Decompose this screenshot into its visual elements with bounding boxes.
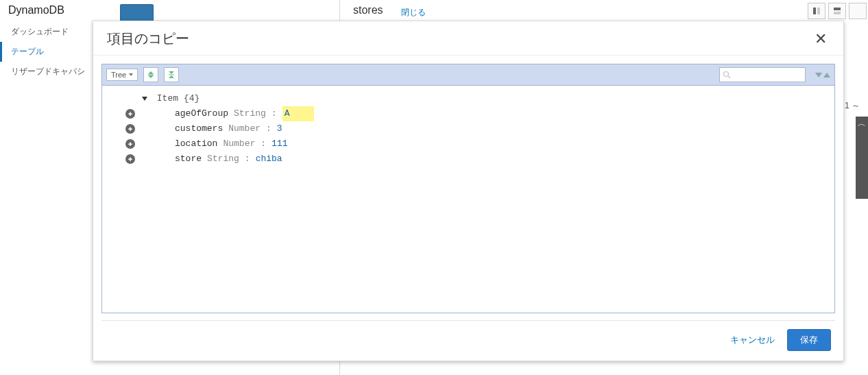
search-input[interactable] [731,69,802,80]
sidebar: DynamoDB ダッシュボードテーブルリザーブドキャパシ [0,0,93,375]
svg-point-10 [724,72,729,77]
attribute-type: String [234,106,266,121]
colon: : [245,152,250,167]
attribute-name: customers [141,121,223,136]
service-title: DynamoDB [8,4,93,16]
disclosure-triangle-icon[interactable] [142,97,147,101]
copy-item-dialog: 項目のコピー ✕ Tree [93,21,844,361]
add-attribute-icon[interactable]: ✚ [125,124,135,134]
close-icon[interactable]: ✕ [812,32,830,47]
attribute-rows: ✚ageOfGroupString:A✚customersNumber:3✚lo… [109,106,828,167]
colon: : [261,136,266,152]
sidebar-item[interactable]: ダッシュボード [0,22,93,42]
add-attribute-icon[interactable]: ✚ [125,139,135,149]
item-editor: Tree [101,64,835,313]
save-button[interactable]: 保存 [787,329,831,351]
svg-rect-0 [813,8,816,14]
svg-marker-9 [169,75,174,78]
attribute-tree: Item {4} ✚ageOfGroupString:A✚customersNu… [102,86,834,313]
view-mode-icon-1[interactable] [808,3,825,19]
collapse-all-button[interactable] [164,67,179,82]
sort-buttons [815,73,830,77]
root-count: {4} [184,93,200,104]
colon: : [272,106,277,121]
view-mode-icon-2[interactable] [828,3,846,19]
table-name: stores [353,4,383,16]
search-box[interactable] [719,67,806,82]
svg-rect-5 [148,75,154,75]
modal-body: Tree [93,56,843,313]
view-mode-dropdown[interactable]: Tree [106,69,138,81]
add-attribute-icon[interactable]: ✚ [125,154,135,164]
attribute-value-editing[interactable]: A [282,106,314,121]
attribute-row[interactable]: ✚locationNumber:111 [109,136,828,152]
sort-desc-icon[interactable] [815,73,822,77]
svg-rect-8 [169,75,174,75]
pager-text: 1 ～ [845,100,860,112]
attribute-value[interactable]: 3 [277,121,282,136]
editor-toolbar: Tree [102,64,834,86]
view-mode-label: Tree [111,71,126,79]
attribute-name: store [141,152,202,167]
attribute-value[interactable]: 111 [272,136,287,152]
root-label: Item [157,93,178,104]
tree-root-row[interactable]: Item {4} [109,91,828,106]
attribute-name: ageOfGroup [141,106,228,121]
chevron-down-icon [129,73,133,76]
modal-footer: キャンセル 保存 [93,321,843,361]
attribute-value[interactable]: chiba [256,152,282,167]
modal-header: 項目のコピー ✕ [93,21,843,56]
modal-title: 項目のコピー [107,29,189,48]
table-close-link[interactable]: 閉じる [401,7,426,19]
attribute-type: Number [223,136,255,152]
svg-rect-2 [834,8,841,10]
sort-asc-icon[interactable] [823,73,830,77]
sidebar-item[interactable]: テーブル [0,42,93,62]
cancel-button[interactable]: キャンセル [730,334,775,346]
attribute-type: String [207,152,239,167]
svg-marker-7 [169,71,174,74]
bg-scrollbar[interactable]: ︿ [856,117,868,199]
attribute-row[interactable]: ✚customersNumber:3 [109,121,828,136]
bg-primary-button[interactable] [120,4,154,22]
expand-all-button[interactable] [143,67,158,82]
sidebar-list: ダッシュボードテーブルリザーブドキャパシ [0,22,93,82]
attribute-name: location [141,136,217,152]
bg-button-area [120,4,154,22]
svg-marker-4 [148,71,154,74]
attribute-row[interactable]: ✚storeString:chiba [109,152,828,167]
add-attribute-icon[interactable]: ✚ [125,109,135,119]
search-icon [723,71,731,79]
view-mode-icon-3[interactable] [849,3,867,19]
svg-rect-1 [817,8,820,14]
colon: : [266,121,272,136]
svg-line-11 [728,76,730,78]
attribute-row[interactable]: ✚ageOfGroupString:A [109,106,828,121]
svg-rect-3 [834,12,841,14]
attribute-type: Number [228,121,261,136]
sidebar-item[interactable]: リザーブドキャパシ [0,62,93,82]
svg-marker-6 [148,75,154,78]
bg-right-icons [808,3,867,19]
scroll-up-icon[interactable]: ︿ [856,117,868,130]
